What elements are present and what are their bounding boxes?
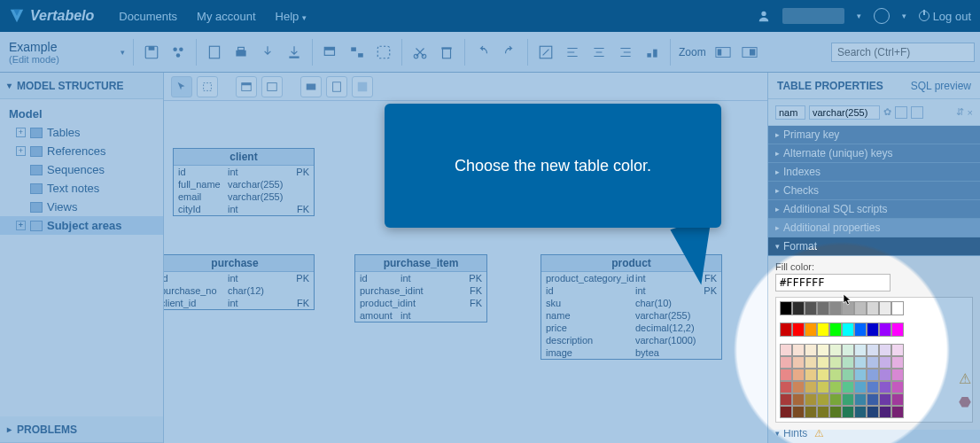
share-icon[interactable]: [167, 42, 189, 63]
color-swatch[interactable]: [805, 301, 817, 315]
color-swatch[interactable]: [792, 406, 805, 418]
section-format[interactable]: ▾Format: [768, 237, 980, 256]
section-additional-properties[interactable]: ▸Additional properties: [768, 219, 980, 237]
tree-tables[interactable]: +Tables: [0, 123, 163, 142]
color-swatch[interactable]: [879, 406, 891, 418]
color-swatch[interactable]: [829, 356, 842, 369]
color-swatch[interactable]: [891, 323, 904, 337]
table-purchase-item[interactable]: purchase_item idintPKpurchase_idintFKpro…: [354, 254, 487, 323]
redo-icon[interactable]: [499, 42, 520, 63]
tree-subject-areas[interactable]: +Subject areas: [0, 216, 163, 235]
column-move-icon[interactable]: ⇵: [956, 106, 964, 118]
color-swatch[interactable]: [842, 344, 854, 356]
doc-menu-caret[interactable]: ▾: [121, 48, 125, 57]
column-type-gear-icon[interactable]: ✿: [883, 106, 891, 118]
delete-icon[interactable]: [436, 42, 457, 63]
tree-root[interactable]: Model: [0, 105, 163, 123]
nav-documents[interactable]: Documents: [119, 10, 177, 23]
add-view-icon[interactable]: [373, 42, 394, 63]
add-reference-icon[interactable]: [346, 42, 368, 63]
color-swatch[interactable]: [817, 369, 829, 381]
color-swatch[interactable]: [891, 393, 904, 406]
document-name[interactable]: Example (Edit mode): [5, 40, 121, 65]
table-column[interactable]: amountint: [355, 309, 486, 322]
color-swatch[interactable]: [854, 381, 867, 393]
new-area-icon[interactable]: [352, 76, 373, 97]
table-purchase[interactable]: purchase idintPKpurchase_nochar(12)clien…: [164, 254, 315, 310]
column-pk-checkbox[interactable]: [895, 106, 907, 119]
color-swatch[interactable]: [879, 381, 891, 393]
table-column[interactable]: descriptionvarchar(1000): [541, 334, 721, 346]
table-column[interactable]: purchase_nochar(12): [164, 284, 314, 297]
color-swatch[interactable]: [805, 323, 817, 337]
section-additional-sql[interactable]: ▸Additional SQL scripts: [768, 200, 980, 219]
color-swatch[interactable]: [891, 301, 904, 315]
color-swatch[interactable]: [780, 369, 792, 381]
new-view-icon[interactable]: [261, 76, 283, 97]
fill-color-input[interactable]: [775, 274, 891, 291]
color-swatch[interactable]: [780, 344, 792, 356]
color-swatch[interactable]: [854, 323, 867, 337]
color-swatch[interactable]: [867, 369, 879, 381]
column-name-input[interactable]: [775, 105, 805, 120]
add-table-icon[interactable]: [320, 42, 341, 63]
search-input[interactable]: [831, 43, 975, 62]
tree-text-notes[interactable]: +Text notes: [0, 179, 163, 198]
color-swatch[interactable]: [792, 369, 805, 381]
color-swatch[interactable]: [805, 406, 817, 418]
color-swatch[interactable]: [817, 344, 829, 356]
new-reference-icon[interactable]: [300, 76, 322, 97]
color-swatch[interactable]: [842, 406, 854, 418]
tree-views[interactable]: +Views: [0, 198, 163, 216]
table-column[interactable]: idintPK: [174, 166, 314, 178]
table-column[interactable]: pricedecimal(12,2): [541, 322, 721, 334]
color-swatch[interactable]: [854, 356, 867, 369]
column-nn-checkbox[interactable]: [911, 106, 923, 119]
color-swatch[interactable]: [792, 393, 805, 406]
color-swatch[interactable]: [829, 406, 842, 418]
color-swatch[interactable]: [817, 381, 829, 393]
table-column[interactable]: idintPK: [355, 272, 486, 284]
color-swatch[interactable]: [792, 323, 805, 337]
column-type-input[interactable]: [809, 105, 880, 120]
table-client[interactable]: client idintPKfull_namevarchar(255)email…: [173, 148, 315, 216]
color-swatch[interactable]: [817, 393, 829, 406]
color-swatch[interactable]: [817, 323, 829, 337]
color-swatch[interactable]: [867, 381, 879, 393]
color-swatch[interactable]: [879, 323, 891, 337]
fit-icon[interactable]: [535, 42, 556, 63]
brand[interactable]: Vertabelo: [9, 8, 94, 24]
color-swatch[interactable]: [792, 301, 805, 315]
color-swatch[interactable]: [805, 393, 817, 406]
color-swatch[interactable]: [854, 344, 867, 356]
sql-preview-link[interactable]: SQL preview: [911, 80, 971, 92]
color-swatch[interactable]: [829, 301, 842, 315]
align-left-icon[interactable]: [562, 42, 583, 63]
color-swatch[interactable]: [780, 381, 792, 393]
align-center-icon[interactable]: [588, 42, 610, 63]
section-indexes[interactable]: ▸Indexes: [768, 163, 980, 182]
chat-icon[interactable]: [874, 8, 890, 24]
color-swatch[interactable]: [842, 356, 854, 369]
color-swatch[interactable]: [829, 323, 842, 337]
marquee-tool-icon[interactable]: [197, 76, 218, 97]
color-swatch[interactable]: [842, 381, 854, 393]
color-swatch[interactable]: [780, 356, 792, 369]
color-swatch[interactable]: [842, 393, 854, 406]
problems-header[interactable]: ▸PROBLEMS: [0, 416, 163, 443]
color-swatch[interactable]: [867, 406, 879, 418]
tree-sequences[interactable]: +Sequences: [0, 160, 163, 179]
color-swatch[interactable]: [829, 393, 842, 406]
table-column[interactable]: cityIdintFK: [174, 203, 314, 215]
color-swatch[interactable]: [780, 406, 792, 418]
section-primary-key[interactable]: ▸Primary key: [768, 126, 980, 144]
color-swatch[interactable]: [780, 393, 792, 406]
logout-button[interactable]: Log out: [919, 10, 971, 23]
color-swatch[interactable]: [867, 356, 879, 369]
tree-references[interactable]: +References: [0, 142, 163, 160]
color-swatch[interactable]: [891, 369, 904, 381]
color-swatch[interactable]: [817, 301, 829, 315]
table-column[interactable]: purchase_idintFK: [355, 284, 486, 297]
export-sql-icon[interactable]: [204, 42, 225, 63]
color-swatch[interactable]: [829, 369, 842, 381]
